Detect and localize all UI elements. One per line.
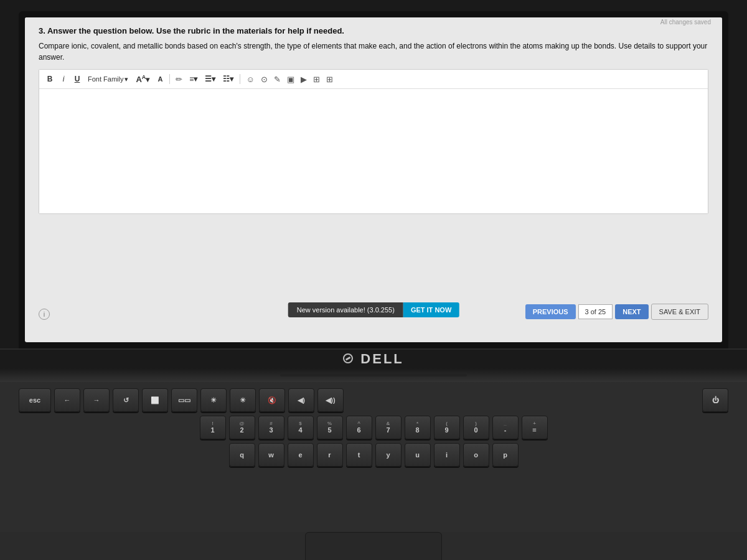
emoji-icon[interactable]: ☺ xyxy=(244,73,256,85)
key-r[interactable]: r xyxy=(317,443,343,467)
key-0[interactable]: ) 0 xyxy=(463,416,489,439)
screen-bezel: All changes saved 3. Answer the question… xyxy=(19,11,728,348)
key-forward[interactable]: → xyxy=(83,388,110,412)
key-equals[interactable]: + = xyxy=(522,416,548,439)
keyboard-spacer xyxy=(347,388,699,412)
add-icon[interactable]: ⊞ xyxy=(311,73,322,85)
pencil-icon[interactable]: ✎ xyxy=(272,73,283,85)
key-brightness-down[interactable]: ☀ xyxy=(200,388,227,412)
question-body: Compare ionic, covalent, and metallic bo… xyxy=(39,40,708,63)
key-windows[interactable]: ▭▭ xyxy=(171,388,197,412)
key-esc[interactable]: esc xyxy=(19,388,51,412)
key-7[interactable]: & 7 xyxy=(375,416,402,439)
keyboard-row-numbers: ! 1 @ 2 # 3 $ 4 % 5 ^ 6 xyxy=(19,416,728,439)
dell-logo-area: DELL xyxy=(0,350,747,368)
font-family-button[interactable]: Font Family ▾ xyxy=(85,74,131,85)
hinge-line xyxy=(280,374,467,376)
editor-container: B i U Font Family ▾ AA▾ xyxy=(39,69,708,214)
editor-body[interactable] xyxy=(39,89,708,213)
version-notice: New version available! (3.0.255) GET IT … xyxy=(288,302,459,317)
key-9[interactable]: ( 9 xyxy=(434,416,460,439)
font-size-aa-button[interactable]: AA▾ xyxy=(133,73,152,85)
key-3[interactable]: # 3 xyxy=(258,416,284,439)
key-q[interactable]: q xyxy=(229,443,255,467)
format-icon[interactable]: ✏ xyxy=(174,73,184,85)
laptop-hinge xyxy=(0,368,747,382)
toolbar-separator-1 xyxy=(169,74,170,84)
nav-controls: PREVIOUS 3 of 25 NEXT SAVE & EXIT xyxy=(525,304,708,320)
key-refresh[interactable]: ↺ xyxy=(113,388,139,412)
bold-button[interactable]: B xyxy=(44,73,55,85)
key-vol-down[interactable]: ◀) xyxy=(288,388,314,412)
editor-toolbar: B i U Font Family ▾ AA▾ xyxy=(39,70,708,89)
bullet-list-button[interactable]: ☰▾ xyxy=(202,73,218,85)
key-4[interactable]: $ 4 xyxy=(288,416,314,439)
key-minus[interactable]: _ - xyxy=(492,416,519,439)
table-icon[interactable]: ⊞ xyxy=(324,73,335,85)
save-exit-button[interactable]: SAVE & EXIT xyxy=(651,304,708,320)
dell-logo: DELL xyxy=(343,351,404,367)
question-area: 3. Answer the question below. Use the ru… xyxy=(25,17,722,63)
font-size-a-button[interactable]: A xyxy=(154,73,166,85)
media-icon[interactable]: ▶ xyxy=(299,73,309,85)
key-fullscreen[interactable]: ⬜ xyxy=(142,388,168,412)
laptop-screen: All changes saved 3. Answer the question… xyxy=(0,0,747,348)
keyboard-area: esc ← → ↺ ⬜ ▭▭ ☀ ☀ 🔇 xyxy=(0,382,747,532)
get-it-now-button[interactable]: GET IT NOW xyxy=(403,302,459,317)
key-w[interactable]: w xyxy=(258,443,284,467)
key-vol-up[interactable]: ◀)) xyxy=(317,388,344,412)
key-1[interactable]: ! 1 xyxy=(200,416,226,439)
auto-save-notice: All changes saved xyxy=(660,19,711,26)
numbered-list-button[interactable]: ☷▾ xyxy=(220,73,236,85)
laptop-bottom: esc ← → ↺ ⬜ ▭▭ ☀ ☀ 🔇 xyxy=(0,368,747,560)
keyboard-row-qwerty: q w e r t y u i o p xyxy=(19,443,728,467)
trackpad[interactable] xyxy=(305,532,442,560)
next-button[interactable]: NEXT xyxy=(615,304,648,319)
key-y[interactable]: y xyxy=(375,443,402,467)
version-text: New version available! (3.0.255) xyxy=(288,302,403,317)
keyboard-row-fn: esc ← → ↺ ⬜ ▭▭ ☀ ☀ 🔇 xyxy=(19,388,728,412)
key-back[interactable]: ← xyxy=(54,388,80,412)
toolbar-separator-2 xyxy=(240,74,240,84)
key-e[interactable]: e xyxy=(288,443,314,467)
underline-button[interactable]: U xyxy=(72,73,83,85)
key-u[interactable]: u xyxy=(405,443,431,467)
key-i[interactable]: i xyxy=(434,443,460,467)
link-icon[interactable]: ⊙ xyxy=(259,73,270,85)
key-p[interactable]: p xyxy=(492,443,519,467)
info-icon[interactable]: i xyxy=(39,309,50,320)
image-icon[interactable]: ▣ xyxy=(285,73,296,85)
key-5[interactable]: % 5 xyxy=(317,416,343,439)
screen-content: All changes saved 3. Answer the question… xyxy=(25,17,722,342)
align-button[interactable]: ≡▾ xyxy=(187,73,200,85)
page-indicator: 3 of 25 xyxy=(578,304,613,319)
key-8[interactable]: * 8 xyxy=(405,416,431,439)
question-title: 3. Answer the question below. Use the ru… xyxy=(39,26,708,35)
key-6[interactable]: ^ 6 xyxy=(346,416,372,439)
previous-button[interactable]: PREVIOUS xyxy=(525,304,576,319)
key-2[interactable]: @ 2 xyxy=(229,416,255,439)
key-t[interactable]: t xyxy=(346,443,372,467)
key-o[interactable]: o xyxy=(463,443,489,467)
key-power[interactable]: ⏻ xyxy=(702,388,728,412)
key-mute[interactable]: 🔇 xyxy=(259,388,285,412)
italic-button[interactable]: i xyxy=(58,73,69,85)
key-brightness-up[interactable]: ☀ xyxy=(230,388,256,412)
